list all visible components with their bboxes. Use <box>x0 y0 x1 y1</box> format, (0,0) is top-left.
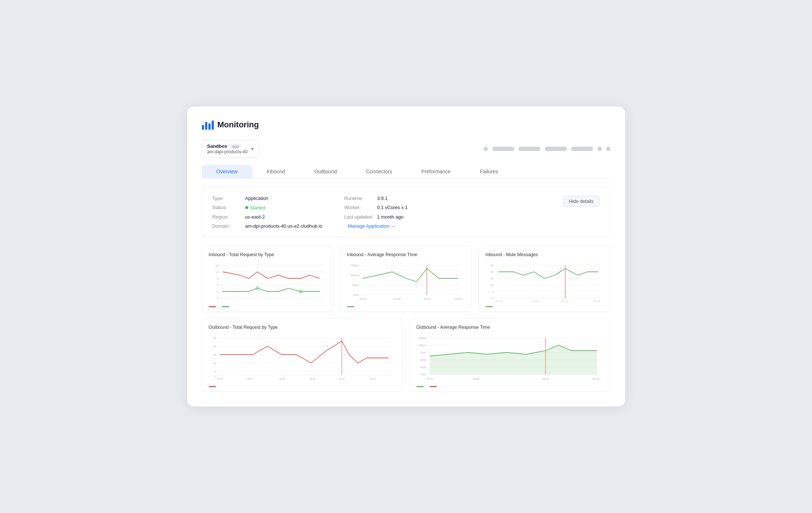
svg-text:16:10: 16:10 <box>339 377 345 381</box>
svg-text:0ms: 0ms <box>354 293 359 297</box>
legend-red-line <box>209 306 216 307</box>
chart-inbound-total-title: Inbound - Total Request by Type <box>209 252 327 257</box>
svg-text:125ms: 125ms <box>418 336 426 340</box>
chart-inbound-avg: Inbound - Average Response Time 150ms 10… <box>340 246 472 312</box>
svg-text:4: 4 <box>217 284 219 287</box>
svg-text:25ms: 25ms <box>420 365 426 369</box>
domain-value: am-dpi-products-40.us-e2.cludhub.io <box>245 223 323 229</box>
worker-value: 0.1 vCores x 1 <box>377 205 408 210</box>
top-pill-1 <box>492 147 514 151</box>
legend-green-2 <box>347 306 354 307</box>
svg-text:100ms: 100ms <box>350 274 359 277</box>
svg-text:0: 0 <box>214 374 216 378</box>
svg-text:16:20: 16:20 <box>316 301 323 302</box>
chart-inbound-mule-title: Inbound - Mule Messages <box>485 252 603 257</box>
svg-text:16:00: 16:00 <box>532 300 540 302</box>
chart-inbound-avg-legend <box>347 306 465 307</box>
details-left: Type: Application Runtime: 3.9.1 Status:… <box>212 196 454 229</box>
logo-bar-1 <box>202 125 204 130</box>
svg-text:16:10: 16:10 <box>562 300 569 302</box>
legend-green-out-line <box>416 386 424 387</box>
svg-text:16:05: 16:05 <box>309 377 315 381</box>
legend-red-out-line <box>209 386 216 387</box>
svg-text:15:50: 15:50 <box>495 300 503 302</box>
manage-row: Manage Application → <box>344 223 454 229</box>
type-label: Type: <box>212 196 242 201</box>
legend-red-out-2 <box>430 386 437 387</box>
svg-text:15:50: 15:50 <box>427 377 433 381</box>
top-right-controls <box>484 147 611 151</box>
manage-application-link[interactable]: Manage Application → <box>348 223 395 229</box>
legend-red-out-line-2 <box>430 386 437 387</box>
details-panel: Type: Application Runtime: 3.9.1 Status:… <box>202 187 611 237</box>
chart-outbound-total: Outbound - Total Request by Type 25 20 1… <box>202 319 403 392</box>
type-row: Type: Application <box>212 196 323 201</box>
type-value: Application <box>245 196 269 201</box>
runtime-value: 3.9.1 <box>377 196 388 201</box>
chart-inbound-avg-svg: 150ms 100ms 50ms 0ms 15:50 16:00 16:10 1… <box>347 262 465 302</box>
runtime-label: Runtime: <box>344 196 373 201</box>
region-value: us-east-2 <box>245 214 265 220</box>
svg-text:0: 0 <box>217 297 219 300</box>
tab-outbound[interactable]: Outbound <box>300 165 351 178</box>
legend-green-line <box>222 306 229 307</box>
svg-text:2: 2 <box>217 290 218 293</box>
tab-failures[interactable]: Failures <box>465 165 513 178</box>
chart-inbound-mule-legend <box>485 306 603 307</box>
svg-text:15:55: 15:55 <box>247 377 253 381</box>
logo-bar-4 <box>212 120 214 130</box>
chart-inbound-avg-title: Inbound - Average Response Time <box>347 252 465 257</box>
chart-outbound-total-title: Outbound - Total Request by Type <box>209 325 396 330</box>
svg-text:100ms: 100ms <box>418 343 426 347</box>
top-dot-2 <box>597 147 602 151</box>
chevron-down-icon: ▾ <box>251 146 254 152</box>
tab-inbound[interactable]: Inbound <box>252 165 300 178</box>
chart-inbound-mule: Inbound - Mule Messages 25 20 15 10 5 0 <box>478 246 610 312</box>
top-bar: Sandbox app am-dapi-products-40 ▾ <box>202 140 611 158</box>
svg-text:5: 5 <box>214 370 216 373</box>
top-pill-4 <box>571 147 593 151</box>
chart-inbound-total-legend <box>209 306 327 307</box>
status-row: Status: Started <box>212 205 323 211</box>
status-label: Status: <box>212 205 242 210</box>
tab-overview[interactable]: Overview <box>202 165 252 178</box>
svg-text:15: 15 <box>213 353 216 356</box>
last-updated-value: 1 month ago <box>377 214 403 220</box>
logo: Monitoring <box>202 120 259 130</box>
hide-details-button[interactable]: Hide details <box>563 196 600 207</box>
charts-bottom-grid: Outbound - Total Request by Type 25 20 1… <box>202 319 611 392</box>
svg-text:10: 10 <box>491 284 494 287</box>
svg-text:25: 25 <box>491 264 494 267</box>
svg-text:16:00: 16:00 <box>394 297 401 301</box>
top-pill-3 <box>545 147 567 151</box>
region-row: Region: us-east-2 <box>212 214 323 220</box>
svg-text:0ms: 0ms <box>421 373 426 376</box>
svg-text:16:00: 16:00 <box>279 377 285 381</box>
tab-performance[interactable]: Preformance <box>407 165 465 178</box>
env-selector[interactable]: Sandbox app am-dapi-products-40 ▾ <box>202 140 259 158</box>
svg-text:8: 8 <box>217 270 218 274</box>
worker-label: Worker: <box>344 205 373 210</box>
svg-marker-80 <box>430 345 597 374</box>
chart-outbound-total-svg: 25 20 15 10 5 0 15:50 15:55 16:00 16:05 … <box>209 334 396 382</box>
chart-inbound-total-svg: 10 8 6 4 2 0 15:50 16:00 16:10 16:20 <box>209 262 327 302</box>
svg-text:16:10: 16:10 <box>285 301 292 302</box>
charts-top-grid: Inbound - Total Request by Type 10 8 6 4… <box>202 246 611 312</box>
legend-red-out <box>209 386 216 387</box>
legend-green-3 <box>485 306 493 307</box>
worker-row: Worker: 0.1 vCores x 1 <box>344 205 454 211</box>
last-updated-row: Last updated: 1 month ago <box>344 214 454 220</box>
tab-connectors[interactable]: Connectors <box>351 165 407 178</box>
svg-text:20: 20 <box>491 270 494 274</box>
nav-tabs: Overview Inbound Outbound Connectors Pre… <box>202 165 611 178</box>
svg-text:16:10: 16:10 <box>423 297 431 301</box>
domain-label: Domain: <box>212 223 242 229</box>
svg-text:75ms: 75ms <box>420 351 426 354</box>
main-card: Monitoring Sandbox app am-dapi-products-… <box>187 107 625 406</box>
logo-bar-3 <box>208 123 211 130</box>
svg-text:16:00: 16:00 <box>473 377 479 381</box>
svg-text:15: 15 <box>491 277 494 280</box>
svg-text:15:50: 15:50 <box>219 301 226 302</box>
svg-text:0: 0 <box>492 297 494 300</box>
env-name: Sandbox <box>207 143 227 149</box>
